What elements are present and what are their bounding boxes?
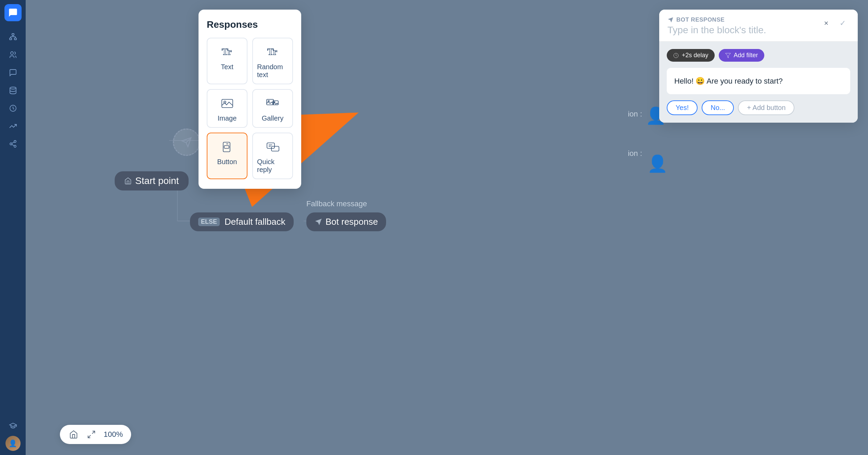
sidebar-item-academy[interactable] [5,418,21,433]
sidebar-item-analytics[interactable] [5,101,21,116]
zoom-level: 100% [103,430,124,439]
growth-icon [9,122,17,130]
svg-rect-2 [14,38,16,40]
image-label: Image [218,114,237,122]
quick-reply-label: Quick reply [257,158,288,174]
fallback-message-label: Fallback message [306,199,367,208]
avatar-image: 👤 [5,436,21,451]
button-icon [220,139,235,155]
sidebar: 👤 [0,0,26,455]
bot-response-node[interactable]: Bot response [306,212,386,231]
svg-line-14 [12,142,14,144]
button-label: Button [217,158,237,166]
message-buttons: Yes! No... + Add button [667,100,850,115]
fullscreen-btn[interactable] [85,428,98,441]
response-item-quick-reply[interactable]: Quick reply [252,133,293,179]
svg-point-8 [10,87,16,89]
delay-button[interactable]: +2s delay [667,49,715,62]
message-text: Hello! 😀 Are you ready to start? [674,77,783,85]
svg-point-11 [10,143,12,145]
filter-icon [725,52,731,59]
svg-marker-23 [315,219,321,225]
text-label: Text [221,63,233,71]
connections-icon [9,140,17,148]
svg-text:Tr: Tr [222,46,232,57]
graduation-icon [9,421,17,430]
fullscreen-icon [87,430,96,439]
svg-point-10 [14,140,16,143]
start-point-label: Start point [135,175,179,186]
else-badge: ELSE [198,218,220,226]
svg-rect-1 [10,38,12,40]
default-fallback-node[interactable]: ELSE Default fallback [190,212,294,231]
logo-icon [8,8,18,17]
home-toolbar-btn[interactable] [67,428,80,441]
svg-point-12 [14,145,16,147]
connector-circle [173,128,200,156]
sidebar-item-ai[interactable] [5,65,21,80]
user-avatar[interactable]: 👤 [5,436,21,451]
response-item-gallery[interactable]: Gallery [252,89,293,128]
close-panel-button[interactable]: × [819,16,833,30]
responses-grid: Tr Text Tr Random text Image [207,38,293,179]
bot-panel-actions: × ✓ [819,16,850,30]
start-point-node[interactable]: Start point [115,171,189,190]
person-icon-2: 👤 [647,154,668,173]
bot-response-node-label: Bot response [326,217,378,227]
response-item-random-text[interactable]: Tr Random text [252,38,293,84]
svg-rect-39 [271,146,279,151]
message-card: Hello! 😀 Are you ready to start? [667,68,850,94]
responses-popup: Responses Tr Text Tr Random text Image [199,10,301,189]
sidebar-item-connections[interactable] [5,136,21,151]
gallery-label: Gallery [262,114,283,122]
clock-analytics-icon [9,104,17,112]
svg-line-13 [12,145,14,146]
send-icon-node [315,218,322,226]
svg-marker-43 [668,17,673,23]
svg-rect-38 [267,143,275,148]
sidebar-item-database[interactable] [5,83,21,98]
quick-reply-icon [265,139,280,155]
svg-rect-28 [222,99,233,108]
svg-point-7 [11,52,13,54]
no-button[interactable]: No... [702,100,734,115]
add-filter-button[interactable]: Add filter [719,49,764,62]
canvas-label-2: ion : [628,149,642,158]
canvas-label-1: ion : [628,110,642,119]
svg-line-24 [92,431,95,434]
text-icon: Tr [220,45,235,60]
bot-panel-body: +2s delay Add filter Hello! 😀 Are you re… [659,41,858,123]
svg-rect-35 [224,146,229,148]
svg-marker-45 [725,53,730,58]
organization-icon [9,33,17,41]
sidebar-item-organization[interactable] [5,29,21,45]
ai-icon [9,69,17,77]
yes-button[interactable]: Yes! [667,100,698,115]
random-text-icon: Tr [265,45,280,60]
database-icon [9,86,17,95]
svg-text:Tr: Tr [267,46,277,57]
responses-title: Responses [207,19,293,30]
response-item-image[interactable]: Image [207,89,247,128]
bot-panel-title[interactable]: Type in the block's title. [667,25,766,36]
image-icon [220,96,235,111]
add-button-btn[interactable]: + Add button [738,100,794,115]
app-logo[interactable] [4,4,22,21]
bot-panel-header: BOT RESPONSE Type in the block's title. … [659,10,858,41]
clock-icon [673,52,679,59]
response-item-button[interactable]: Button [207,133,247,179]
canvas-toolbar: 100% [60,425,131,444]
sidebar-item-users[interactable] [5,47,21,62]
users-icon [9,51,17,59]
bot-response-type-label: BOT RESPONSE [667,16,766,23]
response-item-text[interactable]: Tr Text [207,38,247,84]
sidebar-item-growth[interactable] [5,119,21,134]
bot-response-panel: BOT RESPONSE Type in the block's title. … [659,10,858,123]
default-fallback-label: Default fallback [225,217,285,227]
random-text-label: Random text [257,63,288,79]
panel-toolbar: +2s delay Add filter [667,49,850,62]
gallery-icon [265,96,280,111]
svg-line-25 [88,435,91,438]
send-icon-header [667,17,674,23]
confirm-panel-button[interactable]: ✓ [836,16,850,30]
